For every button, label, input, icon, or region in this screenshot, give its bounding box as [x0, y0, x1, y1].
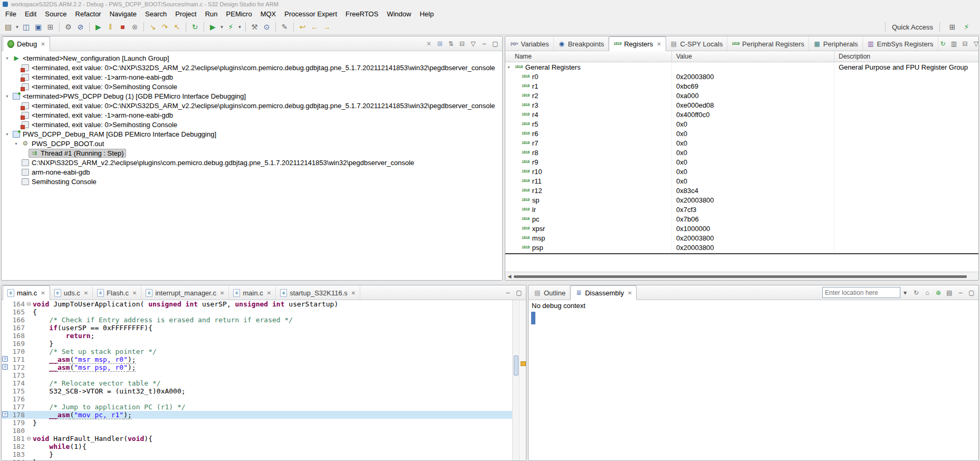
fold-collapse-icon[interactable]: ⊖: [25, 435, 33, 442]
last-edit-icon[interactable]: ↩: [296, 21, 309, 33]
link-debug-context-icon[interactable]: ⊕: [934, 288, 943, 297]
run-dropdown-icon[interactable]: ▾: [219, 21, 225, 33]
minimize-icon[interactable]: ‒: [503, 288, 513, 297]
show-source-icon[interactable]: ▤: [945, 288, 954, 297]
tree-expander-icon[interactable]: ▾: [13, 141, 20, 146]
menu-help[interactable]: Help: [416, 9, 438, 19]
tab-registers[interactable]: 1010Registers✕: [609, 36, 666, 51]
register-row[interactable]: 1010r120x83c4: [505, 186, 978, 195]
skip-breakpoints-icon[interactable]: ⊘: [74, 21, 87, 33]
register-row[interactable]: 1010psp0x20003800: [505, 243, 978, 252]
menu-window[interactable]: Window: [382, 9, 415, 19]
location-input[interactable]: [822, 287, 900, 298]
register-row[interactable]: 1010r10xbc69: [505, 81, 978, 91]
code-line[interactable]: ?172 __asm("msr psp, r0");: [2, 363, 513, 371]
code-line[interactable]: 183 }: [2, 450, 513, 458]
view-menu-icon[interactable]: ▽: [468, 39, 478, 49]
close-tab-icon[interactable]: ✕: [351, 290, 356, 296]
build-icon[interactable]: ⚒: [248, 21, 261, 33]
register-row[interactable]: 1010msp0x20003800: [505, 233, 978, 243]
code-line[interactable]: 184}: [2, 458, 513, 461]
editor-tab-flash-c[interactable]: cFlash.c✕: [93, 286, 141, 300]
combo-arrow-icon[interactable]: ▾: [900, 288, 910, 297]
layout-icon[interactable]: ▥: [949, 39, 959, 49]
register-row[interactable]: 1010r80x0: [505, 148, 978, 157]
editor-tab-main-c[interactable]: cmain.c✕: [229, 286, 276, 300]
tab-peripheral-registers[interactable]: 1010Peripheral Registers: [727, 37, 809, 51]
close-tab-icon[interactable]: ✕: [84, 290, 88, 296]
code-line[interactable]: 180: [2, 427, 513, 435]
editor-tab-uds-c[interactable]: cuds.c✕: [50, 286, 93, 300]
minimize-icon[interactable]: ‒: [479, 39, 489, 49]
close-tab-icon[interactable]: ✕: [220, 290, 224, 296]
debug-dropdown-icon[interactable]: ▾: [237, 21, 243, 33]
tab-peripherals[interactable]: ▦Peripherals: [809, 37, 863, 51]
back-icon[interactable]: ←: [309, 21, 321, 33]
restart-icon[interactable]: ↻: [189, 21, 201, 33]
line-marker-icon[interactable]: ?: [2, 356, 9, 363]
menu-pemicro[interactable]: PEMicro: [222, 9, 256, 19]
save-all-icon[interactable]: ▣: [32, 21, 44, 33]
debug-tree-row[interactable]: ⇉Thread #1 (Running : Step): [2, 148, 502, 158]
register-row[interactable]: 1010r70x0: [505, 138, 978, 148]
refresh-icon[interactable]: ↻: [938, 39, 948, 49]
tab-outline[interactable]: ▤Outline: [530, 286, 570, 300]
tab-c-spy-locals[interactable]: ▤C-SPY Locals: [666, 37, 728, 51]
code-line[interactable]: 176: [2, 395, 513, 403]
debug-icon[interactable]: ⚡: [225, 21, 237, 33]
menu-edit[interactable]: Edit: [21, 9, 41, 19]
scroll-left-icon[interactable]: ◀: [505, 274, 514, 279]
suspend-icon[interactable]: ‖: [104, 21, 117, 33]
home-icon[interactable]: ⌂: [923, 288, 932, 297]
annotate-icon[interactable]: ✎: [278, 21, 291, 33]
menu-refactor[interactable]: Refactor: [71, 9, 105, 19]
column-header-description[interactable]: Description: [834, 51, 978, 62]
resume-icon[interactable]: ▶: [92, 21, 104, 33]
close-tab-icon[interactable]: ✕: [657, 41, 661, 47]
code-line[interactable]: 168 return;: [2, 332, 513, 340]
editor-tab-interrupt-manager-c[interactable]: cinterrupt_manager.c✕: [141, 286, 229, 300]
register-row[interactable]: 1010pc0x7b06: [505, 214, 978, 224]
menu-mqx[interactable]: MQX: [256, 9, 281, 19]
close-tab-icon[interactable]: ✕: [628, 290, 632, 296]
debug-tree-row[interactable]: arm-none-eabi-gdb: [2, 167, 502, 177]
register-row[interactable]: 1010r100x0: [505, 167, 978, 176]
horizontal-scrollbar[interactable]: ◀: [505, 272, 978, 281]
print-icon[interactable]: ⊞: [44, 21, 56, 33]
code-line[interactable]: 177 /* Jump to application PC (r1) */: [2, 403, 513, 411]
menu-freertos[interactable]: FreeRTOS: [341, 9, 382, 19]
debug-tree-row[interactable]: <terminated, exit value: 0>Semihosting C…: [2, 120, 502, 129]
code-line[interactable]: 175 S32_SCB->VTOR = (uint32_t)0xA000;: [2, 387, 513, 395]
open-perspective-icon[interactable]: ⊞: [946, 21, 958, 33]
code-line-current[interactable]: ?178 __asm("mov pc, r1");: [2, 411, 513, 419]
scrollbar-thumb[interactable]: [514, 356, 518, 376]
menu-source[interactable]: Source: [41, 9, 71, 19]
occurrence-marker[interactable]: [521, 361, 526, 366]
register-row[interactable]: 1010r30xe000ed08: [505, 100, 978, 110]
code-line[interactable]: 173: [2, 371, 513, 379]
code-line[interactable]: 179}: [2, 419, 513, 427]
tab-embsys-registers[interactable]: ▥EmbSys Registers: [863, 37, 938, 51]
column-header-value[interactable]: Value: [672, 51, 834, 62]
maximize-icon[interactable]: ▢: [967, 288, 976, 297]
minimize-icon[interactable]: ‒: [956, 288, 965, 297]
maximize-icon[interactable]: ▢: [514, 288, 524, 297]
tree-expander-icon[interactable]: ▾: [4, 132, 11, 137]
reconnect-icon[interactable]: ⊞: [435, 39, 445, 49]
debug-perspective-icon[interactable]: ⚡: [960, 21, 973, 33]
register-row[interactable]: ▾1010General RegistersGeneral Purpose an…: [505, 62, 978, 72]
code-line[interactable]: 169 }: [2, 340, 513, 348]
forward-icon[interactable]: →: [321, 21, 333, 33]
register-row[interactable]: 1010r20xa000: [505, 91, 978, 100]
debug-tree-row[interactable]: ▾<terminated>PWS_DCPP Debug (1) [GDB PEM…: [2, 91, 502, 101]
collapse-all-icon[interactable]: ⊟: [960, 39, 970, 49]
search-icon[interactable]: ⊙: [261, 21, 273, 33]
register-row[interactable]: 1010r110x0: [505, 176, 978, 186]
remove-all-terminated-icon[interactable]: ✕: [424, 39, 434, 49]
close-tab-icon[interactable]: ✕: [41, 41, 45, 47]
debug-tree-row[interactable]: <terminated, exit value: 0>Semihosting C…: [2, 82, 502, 91]
collapse-all-icon[interactable]: ⊟: [457, 39, 467, 49]
terminate-icon[interactable]: ■: [117, 21, 129, 33]
debug-tree-row[interactable]: ▾PWS_DCPP_Debug_RAM [GDB PEMicro Interfa…: [2, 129, 502, 139]
menu-run[interactable]: Run: [201, 9, 222, 19]
